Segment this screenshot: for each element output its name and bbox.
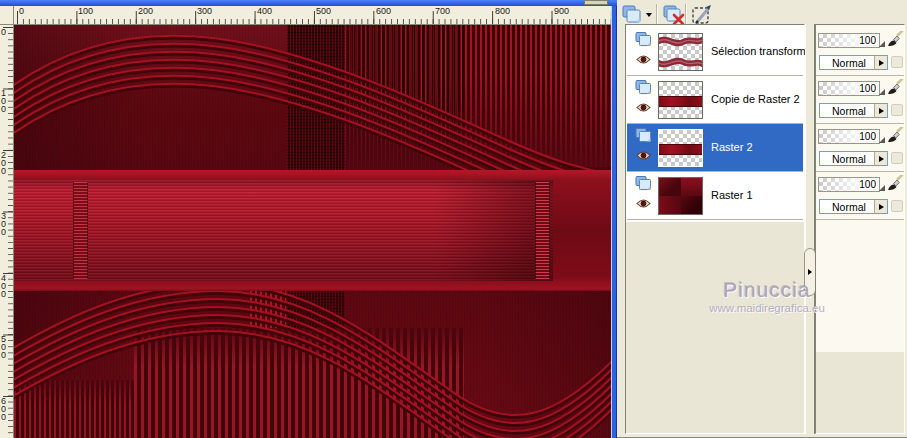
opacity-value: 100 (859, 131, 876, 142)
opacity-slider-handle-icon[interactable] (879, 89, 885, 95)
dropdown-arrow-icon (879, 204, 884, 210)
layer-row-selection-transformee[interactable]: Sélection transformée (627, 28, 803, 76)
layer-name: Sélection transformée (711, 45, 818, 57)
new-layer-icon (621, 5, 643, 25)
visibility-eye-icon[interactable] (636, 198, 651, 209)
ruler-label: 400 (1, 274, 8, 298)
brush-icon (886, 127, 904, 144)
brush-icon (886, 31, 904, 48)
opacity-value: 100 (859, 83, 876, 94)
brush-icon (886, 79, 904, 96)
brush-icon (886, 175, 904, 192)
vertical-ruler: 0 100 200 300 400 500 600 (0, 25, 14, 438)
ruler-label: 400 (257, 7, 272, 16)
layer-thumbnail[interactable] (658, 81, 703, 119)
toolbar-separator (685, 4, 687, 25)
layer-thumbnail[interactable] (658, 129, 703, 167)
blend-mode-value: Normal (832, 153, 866, 165)
link-icon (891, 56, 903, 68)
visibility-eye-icon[interactable] (636, 150, 651, 161)
link-icon (891, 200, 903, 212)
dropdown-arrow-icon (879, 156, 884, 162)
opacity-slider[interactable]: 100 (818, 81, 880, 96)
canvas[interactable] (14, 25, 611, 438)
ruler-label: 0 (19, 7, 24, 16)
blend-mode-select[interactable]: Normal (819, 199, 888, 214)
raster-layer-icon (635, 32, 653, 48)
layers-palette: Sélection transformée Copie de Raster 2 (617, 0, 907, 438)
toolbar-separator (656, 4, 658, 25)
application-window: 0 100 200 300 400 500 600 700 800 900 0 … (0, 0, 907, 438)
ruler-label: 200 (1, 151, 8, 175)
raster-layer-icon (635, 80, 653, 96)
ruler-label: 800 (495, 7, 510, 16)
ruler-label: 300 (1, 212, 8, 236)
canvas-waves (14, 25, 611, 438)
layer-thumbnail[interactable] (658, 177, 703, 215)
blend-mode-dropdown-button[interactable] (874, 152, 887, 165)
ruler-label: 0 (1, 28, 8, 36)
horizontal-ruler: 0 100 200 300 400 500 600 700 800 900 (14, 6, 611, 25)
layers-list-empty-area (626, 222, 804, 433)
opacity-slider-handle-icon[interactable] (879, 137, 885, 143)
canvas-ribbon-end-left (73, 182, 88, 279)
layer-controls-row: 100 Normal (816, 76, 904, 124)
dropdown-arrow-icon (879, 108, 884, 114)
canvas-ribbon-end-right (535, 182, 550, 279)
dropdown-arrow-icon (879, 60, 884, 66)
opacity-value: 100 (859, 35, 876, 46)
visibility-eye-icon[interactable] (636, 54, 651, 65)
edit-selection-icon (691, 4, 715, 26)
blend-mode-value: Normal (832, 57, 866, 69)
raster-layer-icon (635, 176, 653, 192)
layer-name: Raster 2 (711, 141, 753, 153)
opacity-slider[interactable]: 100 (818, 33, 880, 48)
ruler-label: 600 (1, 397, 8, 421)
ruler-label: 100 (78, 7, 93, 16)
layer-name: Raster 1 (711, 189, 753, 201)
layer-controls-row: 100 Normal (816, 124, 904, 172)
ruler-label: 500 (316, 7, 331, 16)
layer-name: Copie de Raster 2 (711, 93, 800, 105)
ruler-label: 200 (138, 7, 153, 16)
palette-splitter[interactable] (805, 24, 815, 434)
ruler-label: 100 (1, 89, 8, 113)
visibility-eye-icon[interactable] (636, 102, 651, 113)
delete-layer-icon (662, 5, 686, 26)
window-button[interactable] (584, 0, 608, 5)
collapse-arrow-icon (808, 269, 812, 275)
new-layer-dropdown-arrow-icon[interactable] (646, 13, 652, 17)
blend-mode-dropdown-button[interactable] (874, 56, 887, 69)
blend-mode-dropdown-button[interactable] (874, 200, 887, 213)
opacity-slider[interactable]: 100 (818, 129, 880, 144)
layer-thumbnail[interactable] (658, 33, 703, 71)
opacity-value: 100 (859, 179, 876, 190)
blend-mode-select[interactable]: Normal (819, 151, 888, 166)
opacity-slider-handle-icon[interactable] (879, 185, 885, 191)
opacity-slider[interactable]: 100 (818, 177, 880, 192)
opacity-slider-handle-icon[interactable] (879, 41, 885, 47)
layer-row-copie-de-raster-2[interactable]: Copie de Raster 2 (627, 76, 803, 124)
blend-mode-value: Normal (832, 105, 866, 117)
ruler-label: 500 (1, 335, 8, 359)
ruler-corner (0, 6, 14, 25)
blend-mode-select[interactable]: Normal (819, 103, 888, 118)
image-window: 0 100 200 300 400 500 600 700 800 900 0 … (0, 0, 617, 438)
controls-empty-area (816, 352, 904, 433)
ruler-label: 700 (435, 7, 450, 16)
blend-mode-value: Normal (832, 201, 866, 213)
layer-row-raster-2[interactable]: Raster 2 (627, 124, 803, 172)
ruler-label: 300 (197, 7, 212, 16)
blend-mode-dropdown-button[interactable] (874, 104, 887, 117)
ruler-label: 600 (376, 7, 391, 16)
raster-layer-icon (635, 128, 653, 144)
layer-row-raster-1[interactable]: Raster 1 (627, 172, 803, 220)
link-icon (891, 104, 903, 116)
ruler-label: 900 (554, 7, 569, 16)
layer-controls-row: 100 Normal (816, 28, 904, 76)
blend-mode-select[interactable]: Normal (819, 55, 888, 70)
link-icon (891, 152, 903, 164)
layer-controls-row: 100 Normal (816, 172, 904, 220)
